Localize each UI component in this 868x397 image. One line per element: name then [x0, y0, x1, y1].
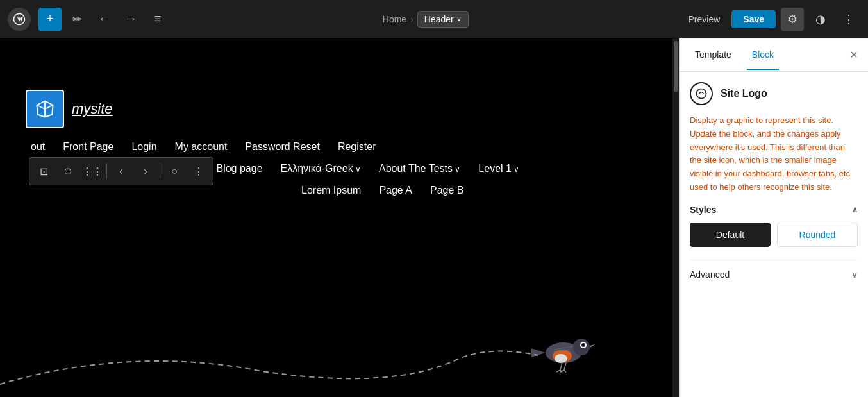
block-more-button[interactable]: ⋮	[187, 160, 210, 183]
advanced-label: Advanced	[690, 269, 730, 280]
svg-point-16	[697, 89, 706, 99]
add-button[interactable]: +	[38, 8, 62, 31]
breadcrumb-current-label: Header	[424, 14, 454, 24]
site-logo-section: Site Logo	[690, 82, 858, 105]
styles-chevron-icon: ∧	[852, 205, 858, 214]
undo-button[interactable]: ←	[92, 8, 115, 31]
panel-logo-icon	[690, 82, 713, 105]
nav-item-blog-page[interactable]: a Blog page	[208, 163, 262, 174]
dashed-curve	[0, 320, 679, 397]
site-logo-area: mysite	[26, 90, 653, 128]
nav-item-greek[interactable]: Ελληνικά-Greek	[281, 163, 361, 174]
more-options-button[interactable]: ⋮	[837, 8, 860, 31]
preview-button[interactable]: Preview	[682, 10, 727, 28]
panel-description: Display a graphic to represent this site…	[690, 114, 858, 194]
site-logo-title: Site Logo	[721, 88, 767, 99]
nav-row-1: out Front Page Login My account Password…	[26, 141, 653, 153]
nav-item-page-a[interactable]: Page A	[379, 185, 412, 196]
nav-item-out[interactable]: out	[31, 141, 45, 153]
scrollbar-thumb[interactable]	[674, 41, 678, 92]
styles-row: Default Rounded	[690, 223, 858, 247]
list-view-button[interactable]: ≡	[146, 8, 169, 31]
toolbar-divider-2	[160, 164, 160, 179]
panel-close-button[interactable]: ×	[850, 47, 858, 62]
nav-item-login[interactable]: Login	[131, 141, 156, 153]
tab-block[interactable]: Block	[747, 40, 779, 70]
nav-item-my-account[interactable]: My account	[175, 141, 228, 153]
toolbar-divider	[106, 164, 107, 179]
nav-item-front-page[interactable]: Front Page	[63, 141, 113, 153]
main-area: ⊡ ☺ ⋮⋮ ‹ › ○ ⋮ mysite out Front Page Log…	[0, 38, 868, 397]
wp-logo[interactable]	[8, 8, 31, 31]
site-logo-box[interactable]	[26, 90, 64, 128]
nav-item-lorem-ipsum[interactable]: Lorem Ipsum	[301, 185, 361, 196]
canvas: ⊡ ☺ ⋮⋮ ‹ › ○ ⋮ mysite out Front Page Log…	[0, 38, 679, 397]
site-header: mysite out Front Page Login My account P…	[0, 77, 679, 219]
block-back-button[interactable]: ‹	[110, 160, 133, 183]
redo-button[interactable]: →	[119, 8, 142, 31]
breadcrumb-chevron-icon: ∨	[456, 15, 462, 23]
scrollbar[interactable]	[672, 38, 679, 397]
panel-tabs: Template Block ×	[680, 38, 868, 72]
block-toolbar: ⊡ ☺ ⋮⋮ ‹ › ○ ⋮	[29, 157, 213, 185]
toolbar-right: Preview Save ⚙ ◑ ⋮	[682, 8, 861, 31]
nav-row-3: Lorem Ipsum Page A Page B	[26, 185, 653, 196]
top-toolbar: + ✏ ← → ≡ Home › Header ∨ Preview Save ⚙…	[0, 0, 868, 38]
styles-section-title: Styles ∧	[690, 205, 858, 215]
block-face-button[interactable]: ☺	[56, 160, 79, 183]
advanced-section[interactable]: Advanced ∨	[690, 260, 858, 289]
breadcrumb-home[interactable]: Home	[383, 14, 406, 24]
block-circle-button[interactable]: ○	[163, 160, 186, 183]
save-button[interactable]: Save	[731, 10, 776, 28]
right-panel: Template Block × Site Logo Display a gra…	[679, 38, 868, 397]
pencil-button[interactable]: ✏	[65, 8, 88, 31]
style-default-button[interactable]: Default	[690, 223, 771, 247]
site-name[interactable]: mysite	[72, 101, 113, 117]
style-rounded-button[interactable]: Rounded	[777, 223, 858, 247]
nav-item-register[interactable]: Register	[338, 141, 376, 153]
block-forward-button[interactable]: ›	[134, 160, 157, 183]
nav-item-about-tests[interactable]: About The Tests	[379, 163, 460, 174]
block-align-button[interactable]: ⊡	[32, 160, 55, 183]
breadcrumb: Home › Header ∨	[173, 11, 678, 28]
tab-template[interactable]: Template	[690, 40, 737, 70]
breadcrumb-separator: ›	[410, 14, 413, 24]
advanced-chevron-icon: ∨	[851, 269, 858, 280]
contrast-button[interactable]: ◑	[809, 8, 832, 31]
block-drag-button[interactable]: ⋮⋮	[81, 160, 104, 183]
nav-item-level1[interactable]: Level 1	[478, 163, 519, 174]
breadcrumb-current[interactable]: Header ∨	[417, 11, 469, 28]
panel-content: Site Logo Display a graphic to represent…	[680, 72, 868, 397]
nav-item-password-reset[interactable]: Password Reset	[245, 141, 320, 153]
settings-button[interactable]: ⚙	[781, 8, 804, 31]
styles-label: Styles	[690, 205, 716, 215]
nav-item-page-b[interactable]: Page B	[430, 185, 463, 196]
